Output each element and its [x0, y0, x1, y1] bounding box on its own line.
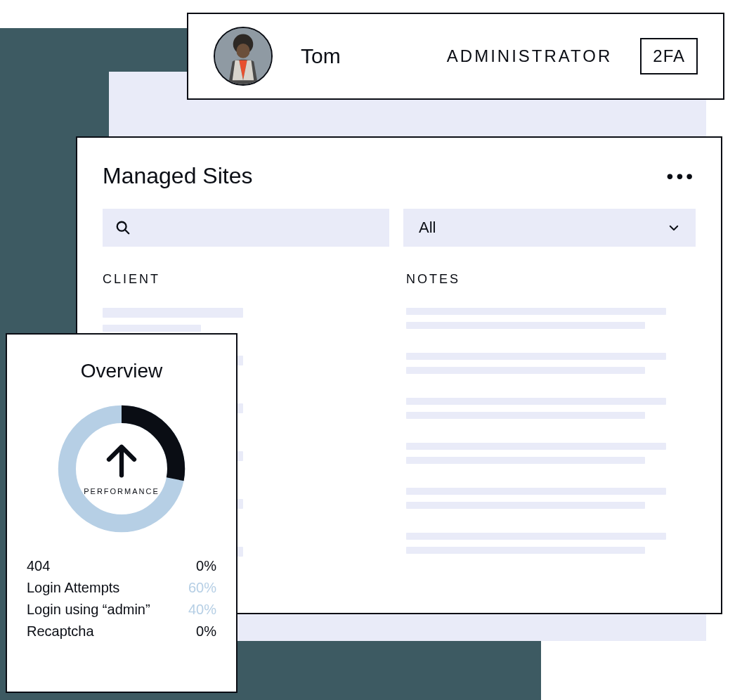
list-item — [406, 443, 696, 464]
stat-value: 40% — [188, 602, 216, 618]
panel-title: Managed Sites — [103, 163, 252, 189]
user-role: ADMINISTRATOR — [447, 46, 612, 66]
list-item — [103, 308, 392, 332]
svg-point-2 — [236, 44, 249, 58]
list-item — [406, 353, 696, 374]
svg-line-4 — [125, 230, 129, 234]
list-item — [406, 533, 696, 554]
stat-row: Login Attempts60% — [27, 580, 216, 596]
search-input[interactable] — [103, 209, 389, 247]
stat-label: 404 — [27, 558, 50, 574]
gauge-label: PERFORMANCE — [84, 487, 160, 495]
arrow-up-icon — [103, 442, 141, 480]
list-item — [406, 308, 696, 329]
user-name: Tom — [301, 44, 341, 68]
column-header-notes: NOTES — [406, 272, 696, 287]
list-item — [406, 398, 696, 419]
chevron-down-icon — [668, 221, 680, 234]
stat-row: Login using “admin”40% — [27, 602, 216, 618]
avatar — [214, 27, 273, 86]
stat-row: 4040% — [27, 558, 216, 574]
more-menu-button[interactable]: ••• — [667, 165, 696, 188]
stat-label: Login using “admin” — [27, 602, 150, 618]
stat-value: 0% — [196, 558, 216, 574]
badge-2fa: 2FA — [640, 38, 698, 74]
overview-card: Overview PERFORMANCE 4040%Login Attempts… — [6, 333, 237, 693]
list-item — [406, 488, 696, 509]
stats-list: 4040%Login Attempts60%Login using “admin… — [27, 558, 216, 640]
stat-value: 60% — [188, 580, 216, 596]
search-icon — [115, 220, 131, 235]
filter-select[interactable]: All — [403, 209, 696, 247]
stat-label: Recaptcha — [27, 623, 94, 640]
stat-value: 0% — [196, 623, 216, 640]
filter-selected-label: All — [419, 219, 436, 237]
overview-title: Overview — [27, 360, 216, 382]
stat-row: Recaptcha0% — [27, 623, 216, 640]
user-card: Tom ADMINISTRATOR 2FA — [187, 13, 724, 100]
notes-column: NOTES — [406, 272, 696, 595]
column-header-client: CLIENT — [103, 272, 392, 287]
stat-label: Login Attempts — [27, 580, 119, 596]
performance-gauge: PERFORMANCE — [53, 401, 190, 537]
